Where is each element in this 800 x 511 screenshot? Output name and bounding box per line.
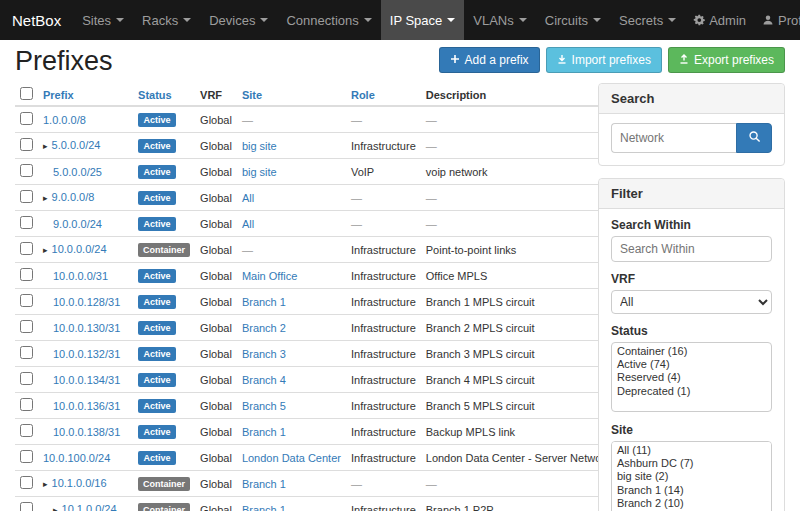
column-header-site[interactable]: Site xyxy=(242,89,262,101)
row-checkbox[interactable] xyxy=(20,216,33,229)
nav-item-sites[interactable]: Sites xyxy=(73,0,133,40)
site-link[interactable]: London Data Center xyxy=(242,452,341,464)
prefix-link[interactable]: 10.0.0.128/31 xyxy=(53,296,120,308)
prefix-link[interactable]: 10.0.0.0/24 xyxy=(52,243,107,255)
row-checkbox[interactable] xyxy=(20,502,33,511)
prefix-link[interactable]: 10.0.0.132/31 xyxy=(53,348,120,360)
action-buttons: Add a prefix Import prefixes Export pref… xyxy=(439,47,785,73)
site-link[interactable]: big site xyxy=(242,166,277,178)
select-option[interactable]: big site (2) xyxy=(614,470,769,483)
chevron-down-icon xyxy=(116,18,124,22)
column-header-role[interactable]: Role xyxy=(351,89,375,101)
prefix-link[interactable]: 10.0.0.138/31 xyxy=(53,426,120,438)
nav-item-vlans[interactable]: VLANs xyxy=(464,0,535,40)
search-icon xyxy=(748,130,761,146)
nav-item-connections[interactable]: Connections xyxy=(277,0,380,40)
site-link[interactable]: big site xyxy=(242,140,277,152)
select-option[interactable]: Active (74) xyxy=(614,358,769,371)
search-within-input[interactable] xyxy=(611,236,772,262)
prefix-link[interactable]: 10.0.0.0/31 xyxy=(53,270,108,282)
nav-item-secrets[interactable]: Secrets xyxy=(610,0,685,40)
select-all-checkbox[interactable] xyxy=(20,87,33,100)
export-prefixes-button[interactable]: Export prefixes xyxy=(668,47,785,73)
expand-arrow-icon[interactable]: ▸ xyxy=(43,141,48,151)
site-link[interactable]: Branch 1 xyxy=(242,296,286,308)
prefix-link[interactable]: 9.0.0.0/24 xyxy=(53,218,102,230)
user-icon xyxy=(762,14,774,26)
nav-item-devices[interactable]: Devices xyxy=(200,0,277,40)
site-link[interactable]: Branch 3 xyxy=(242,348,286,360)
expand-arrow-icon[interactable]: ▸ xyxy=(43,245,48,255)
row-checkbox[interactable] xyxy=(20,476,33,489)
column-header-status[interactable]: Status xyxy=(138,89,172,101)
prefix-link[interactable]: 1.0.0.0/8 xyxy=(43,114,86,126)
expand-arrow-icon[interactable]: ▸ xyxy=(43,479,48,489)
prefix-link[interactable]: 10.1.0.0/24 xyxy=(62,503,117,511)
search-input[interactable] xyxy=(611,123,736,153)
site-link[interactable]: All xyxy=(242,192,254,204)
site-select[interactable]: All (11)Ashburn DC (7)big site (2)Branch… xyxy=(611,441,772,511)
site-link[interactable]: Branch 5 xyxy=(242,400,286,412)
select-option[interactable]: Branch 1 (14) xyxy=(614,484,769,497)
vrf-cell: Global xyxy=(195,367,237,393)
row-checkbox[interactable] xyxy=(20,424,33,437)
vrf-select[interactable]: All xyxy=(611,290,772,314)
import-prefixes-button[interactable]: Import prefixes xyxy=(546,47,662,73)
row-checkbox[interactable] xyxy=(20,346,33,359)
expand-arrow-icon[interactable]: ▸ xyxy=(53,505,58,511)
row-checkbox[interactable] xyxy=(20,398,33,411)
add-prefix-button[interactable]: Add a prefix xyxy=(439,47,540,73)
prefix-cell: ▸10.1.0.0/16 xyxy=(38,471,133,497)
prefix-link[interactable]: 10.0.0.134/31 xyxy=(53,374,120,386)
page-header: Prefixes Add a prefix Import prefixes Ex… xyxy=(15,44,785,77)
site-link[interactable]: Branch 1 xyxy=(242,504,286,511)
site-link[interactable]: Main Office xyxy=(242,270,297,282)
site-link[interactable]: All xyxy=(242,218,254,230)
row-checkbox[interactable] xyxy=(20,242,33,255)
prefix-link[interactable]: 10.0.100.0/24 xyxy=(43,452,110,464)
site-link[interactable]: Branch 1 xyxy=(242,426,286,438)
row-checkbox[interactable] xyxy=(20,112,33,125)
nav-item-circuits[interactable]: Circuits xyxy=(536,0,610,40)
select-option[interactable]: Branch 2 (10) xyxy=(614,497,769,510)
search-button[interactable] xyxy=(736,123,772,153)
status-badge: Active xyxy=(138,425,176,439)
column-header-description: Description xyxy=(421,83,616,106)
row-checkbox[interactable] xyxy=(20,164,33,177)
column-header-prefix[interactable]: Prefix xyxy=(43,89,74,101)
expand-arrow-icon[interactable]: ▸ xyxy=(43,193,48,203)
profile-link[interactable]: Profile xyxy=(754,0,800,40)
row-checkbox[interactable] xyxy=(20,268,33,281)
row-checkbox[interactable] xyxy=(20,138,33,151)
admin-link[interactable]: Admin xyxy=(685,0,754,40)
nav-item-ip-space[interactable]: IP Space xyxy=(381,0,465,40)
prefix-link[interactable]: 10.0.0.136/31 xyxy=(53,400,120,412)
prefix-link[interactable]: 9.0.0.0/8 xyxy=(52,191,95,203)
prefix-cell: 10.0.0.138/31 xyxy=(38,419,133,445)
table-row: ▸10.1.0.0/24ContainerGlobalBranch 1Infra… xyxy=(15,497,615,511)
table-row: ▸9.0.0.0/8ActiveGlobalAll—— xyxy=(15,185,615,211)
row-checkbox[interactable] xyxy=(20,294,33,307)
row-checkbox[interactable] xyxy=(20,450,33,463)
prefix-link[interactable]: 5.0.0.0/25 xyxy=(53,166,102,178)
select-option[interactable]: Ashburn DC (7) xyxy=(614,457,769,470)
select-option[interactable]: All (11) xyxy=(614,444,769,457)
select-option[interactable]: Deprecated (1) xyxy=(614,385,769,398)
prefix-link[interactable]: 10.0.0.130/31 xyxy=(53,322,120,334)
row-checkbox[interactable] xyxy=(20,190,33,203)
status-select[interactable]: Container (16)Active (74)Reserved (4)Dep… xyxy=(611,342,772,412)
site-link[interactable]: Branch 1 xyxy=(242,478,286,490)
prefix-link[interactable]: 5.0.0.0/24 xyxy=(52,139,101,151)
search-within-label: Search Within xyxy=(611,218,772,232)
prefix-link[interactable]: 10.1.0.0/16 xyxy=(52,477,107,489)
row-checkbox[interactable] xyxy=(20,372,33,385)
select-option[interactable]: Container (16) xyxy=(614,345,769,358)
vrf-cell: Global xyxy=(195,341,237,367)
brand-logo[interactable]: NetBox xyxy=(0,0,73,40)
nav-item-racks[interactable]: Racks xyxy=(133,0,200,40)
description-cell: Branch 4 MPLS circuit xyxy=(421,367,616,393)
site-link[interactable]: Branch 4 xyxy=(242,374,286,386)
row-checkbox[interactable] xyxy=(20,320,33,333)
site-link[interactable]: Branch 2 xyxy=(242,322,286,334)
select-option[interactable]: Reserved (4) xyxy=(614,371,769,384)
